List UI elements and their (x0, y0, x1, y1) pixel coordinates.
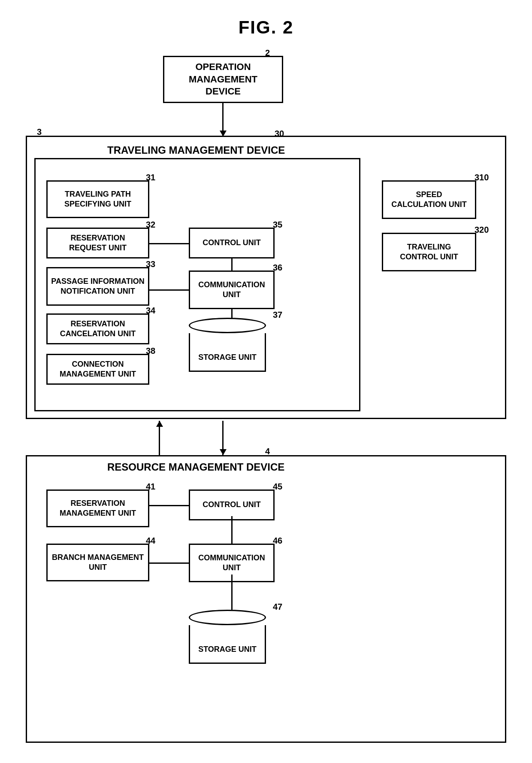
ref-320: 320 (475, 225, 489, 235)
passage-info-notification-unit: PASSAGE INFORMATION NOTIFICATION UNIT (46, 267, 149, 306)
connector-44-46 (149, 562, 189, 564)
connector-33-36 (149, 289, 189, 291)
ref-310: 310 (475, 173, 489, 182)
control-unit-35: CONTROL UNIT (189, 228, 275, 258)
arrow-resource-to-travel (159, 421, 160, 455)
connector-41-45 (149, 505, 189, 506)
connector-45-46-v (231, 516, 233, 544)
arrow-op-to-travel (222, 102, 224, 137)
ref-47: 47 (273, 602, 282, 612)
resource-mgmt-label: RESOURCE MANAGEMENT DEVICE (107, 461, 284, 473)
figure-title: FIG. 2 (0, 0, 532, 38)
reservation-cancelation-unit: RESERVATION CANCELATION UNIT (46, 313, 149, 344)
traveling-mgmt-label: TRAVELING MANAGEMENT DEVICE (107, 144, 285, 156)
storage-unit-37: STORAGE UNIT (189, 318, 266, 372)
connector-35-36-v (231, 258, 233, 271)
diagram: FIG. 2 2 OPERATION MANAGEMENT DEVICE 30 … (0, 0, 532, 763)
ref-37: 37 (273, 310, 282, 320)
reservation-request-unit: RESERVATION REQUEST UNIT (46, 228, 149, 258)
operation-management-device: OPERATION MANAGEMENT DEVICE (163, 56, 283, 103)
traveling-path-specifying-unit: TRAVELING PATH SPECIFYING UNIT (46, 180, 149, 218)
storage-unit-47: STORAGE UNIT (189, 610, 266, 664)
communication-unit-36: COMMUNICATION UNIT (189, 271, 275, 309)
connector-32-35 (149, 243, 189, 244)
reservation-management-unit: RESERVATION MANAGEMENT UNIT (46, 489, 149, 527)
connector-46-47-v (231, 575, 233, 610)
ref-traveling-outer: 3 (37, 127, 42, 137)
arrow-travel-to-resource (222, 421, 224, 455)
speed-calculation-unit: SPEED CALCULATION UNIT (382, 180, 476, 219)
connection-management-unit: CONNECTION MANAGEMENT UNIT (46, 354, 149, 385)
branch-management-unit: BRANCH MANAGEMENT UNIT (46, 544, 149, 581)
traveling-control-unit: TRAVELING CONTROL UNIT (382, 233, 476, 271)
